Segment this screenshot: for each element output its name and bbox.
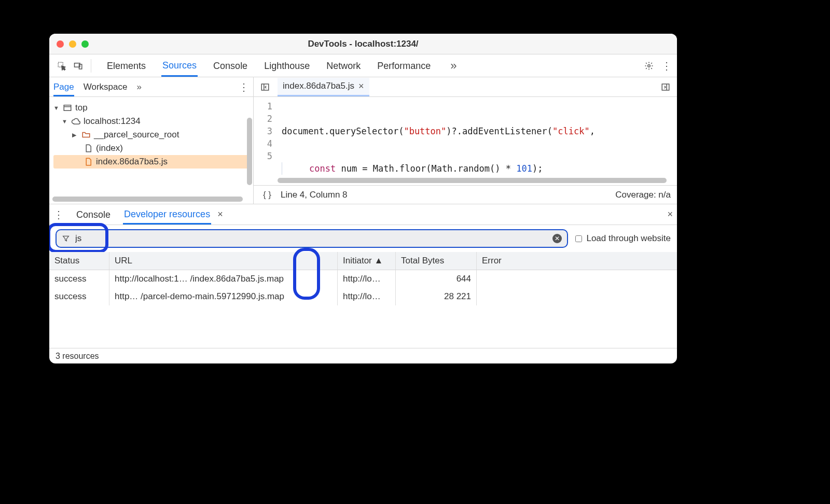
tree-label: __parcel_source_root: [94, 130, 179, 140]
settings-icon[interactable]: [642, 59, 656, 73]
cloud-icon: [71, 117, 80, 126]
tab-console[interactable]: Console: [212, 55, 248, 76]
more-sidebar-tabs-icon[interactable]: »: [136, 82, 141, 92]
editor-pane: index.86da7ba5.js × 1 2 3 4 5 document.q…: [254, 77, 677, 204]
code-editor[interactable]: 1 2 3 4 5 document.querySelector("button…: [254, 97, 677, 185]
tab-performance[interactable]: Performance: [376, 55, 432, 76]
col-initiator[interactable]: Initiator ▲: [338, 252, 396, 270]
sources-pane: Page Workspace » ⋮ ▼ top ▼ localhost:123…: [49, 77, 677, 204]
devtools-window: DevTools - localhost:1234/ Elements Sour…: [49, 34, 677, 363]
tab-lighthouse[interactable]: Lighthouse: [263, 55, 311, 76]
js-file-icon: [84, 157, 93, 166]
editor-statusbar: { } Line 4, Column 8 Coverage: n/a: [254, 185, 677, 204]
resources-table: Status URL Initiator ▲ Total Bytes Error…: [49, 252, 677, 348]
cursor-position: Line 4, Column 8: [281, 190, 348, 200]
tree-origin[interactable]: ▼ localhost:1234: [53, 115, 250, 128]
drawer-tab-console[interactable]: Console: [75, 205, 112, 223]
code-hscrollbar[interactable]: [278, 178, 667, 183]
filter-icon: [62, 234, 70, 243]
svg-point-3: [648, 64, 651, 67]
toggle-debugger-icon[interactable]: [658, 80, 673, 94]
col-url[interactable]: URL: [109, 252, 338, 270]
tree-label: index.86da7ba5.js: [96, 157, 168, 167]
drawer-footer: 3 resources: [49, 348, 677, 363]
close-drawer-icon[interactable]: ×: [667, 209, 673, 220]
drawer-kebab-icon[interactable]: ⋮: [53, 208, 64, 221]
kebab-menu-icon[interactable]: ⋮: [661, 60, 672, 72]
code-body: document.querySelector("button")?.addEve…: [278, 97, 677, 185]
tree-folder[interactable]: ▶ __parcel_source_root: [53, 128, 250, 142]
tab-elements[interactable]: Elements: [106, 55, 147, 76]
close-icon[interactable]: ×: [217, 209, 223, 220]
coverage-status: Coverage: n/a: [615, 190, 671, 200]
resource-count: 3 resources: [56, 352, 99, 361]
col-status[interactable]: Status: [49, 252, 109, 270]
col-error[interactable]: Error: [477, 252, 677, 270]
clear-filter-icon[interactable]: ✕: [552, 234, 562, 243]
tab-network[interactable]: Network: [325, 55, 362, 76]
close-icon[interactable]: ×: [358, 81, 364, 92]
table-row[interactable]: success http://localhost:1… /index.86da7…: [49, 270, 677, 288]
tree-label: (index): [96, 143, 123, 153]
filter-input[interactable]: [75, 233, 547, 244]
titlebar: DevTools - localhost:1234/: [49, 34, 677, 54]
filter-field[interactable]: ✕: [56, 229, 568, 248]
file-tab-name: index.86da7ba5.js: [283, 81, 354, 91]
main-tabs: Elements Sources Console Lighthouse Netw…: [49, 54, 677, 77]
table-header: Status URL Initiator ▲ Total Bytes Error: [49, 252, 677, 270]
device-toolbar-icon[interactable]: [71, 59, 86, 73]
load-through-checkbox[interactable]: [575, 235, 582, 242]
chevron-right-icon: ▶: [72, 132, 78, 138]
tree-label: top: [75, 103, 88, 113]
tab-sources[interactable]: Sources: [161, 55, 198, 77]
tree-top-frame[interactable]: ▼ top: [53, 101, 250, 115]
document-icon: [84, 144, 93, 153]
sidebar-tab-workspace[interactable]: Workspace: [84, 82, 128, 92]
divider: [91, 59, 91, 73]
sort-asc-icon: ▲: [374, 256, 383, 265]
tree-hscrollbar[interactable]: [52, 197, 243, 202]
tree-label: localhost:1234: [84, 116, 141, 127]
window-icon: [63, 103, 72, 113]
more-tabs-icon[interactable]: »: [446, 59, 461, 73]
load-through-website-toggle[interactable]: Load through website: [575, 233, 671, 244]
file-tree: ▼ top ▼ localhost:1234 ▶ __parcel_source…: [49, 97, 253, 204]
chevron-down-icon: ▼: [53, 105, 60, 111]
tree-index[interactable]: (index): [53, 142, 250, 155]
tree-file-selected[interactable]: index.86da7ba5.js: [53, 155, 250, 169]
line-gutter: 1 2 3 4 5: [254, 97, 278, 185]
tree-vscrollbar[interactable]: [246, 118, 253, 193]
load-through-label: Load through website: [586, 233, 671, 244]
sidebar-kebab-icon[interactable]: ⋮: [239, 81, 249, 93]
window-title: DevTools - localhost:1234/: [49, 39, 677, 49]
table-row[interactable]: success http… /parcel-demo-main.59712990…: [49, 288, 677, 305]
editor-file-tab[interactable]: index.86da7ba5.js ×: [278, 78, 369, 96]
inspect-element-icon[interactable]: [54, 59, 69, 73]
drawer: ⋮ Console Developer resources × × ✕ Load…: [49, 204, 677, 363]
pretty-print-icon[interactable]: { }: [260, 188, 274, 202]
sidebar-tab-page[interactable]: Page: [53, 78, 74, 96]
col-total-bytes[interactable]: Total Bytes: [396, 252, 477, 270]
navigator-sidebar: Page Workspace » ⋮ ▼ top ▼ localhost:123…: [49, 77, 254, 204]
folder-icon: [81, 130, 91, 139]
drawer-tab-developer-resources[interactable]: Developer resources: [123, 205, 211, 225]
chevron-down-icon: ▼: [62, 118, 68, 124]
toggle-navigator-icon[interactable]: [258, 80, 272, 94]
svg-rect-4: [64, 105, 71, 111]
